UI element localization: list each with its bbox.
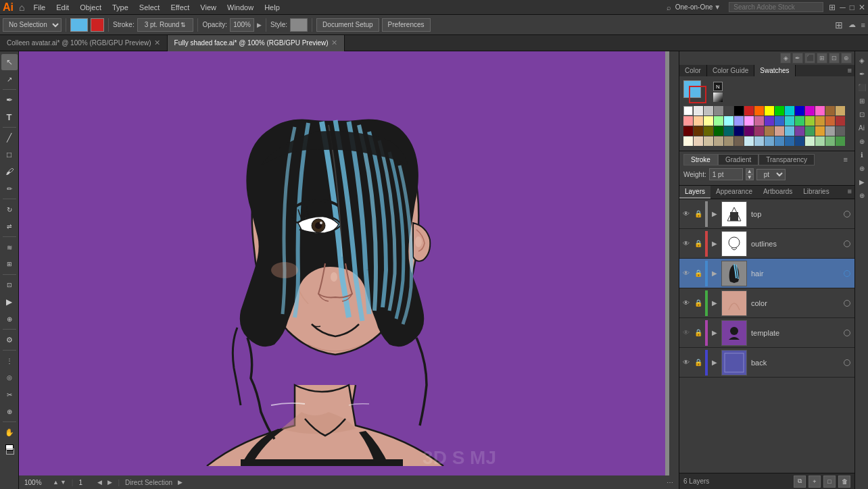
brush-library-icon[interactable]: ✒	[856, 68, 868, 80]
settings-tool[interactable]: ⚙	[1, 332, 18, 348]
zoom-arrow-up[interactable]: ▲	[53, 479, 59, 486]
blend-icon[interactable]: ⬛	[804, 53, 815, 63]
swatch-teal[interactable]	[785, 116, 794, 126]
type-tool[interactable]: T	[1, 109, 18, 125]
arrange-workspace-icon[interactable]: ⊞	[835, 20, 843, 30]
lock-icon-color[interactable]: 🔒	[693, 298, 704, 309]
eyedropper-icon[interactable]: ✒	[792, 53, 803, 63]
align-icon[interactable]: Ai	[856, 122, 868, 134]
menu-effect[interactable]: Effect	[166, 2, 194, 13]
active-stroke-box[interactable]	[689, 86, 706, 103]
swatch-olive[interactable]	[704, 126, 713, 136]
swatch-lightyellow[interactable]	[704, 116, 713, 126]
swatch-darkorange[interactable]	[694, 126, 703, 136]
zoom-display[interactable]: ▲ ▼	[24, 479, 66, 486]
swatch-ice[interactable]	[744, 136, 754, 146]
swatch-sage[interactable]	[815, 136, 825, 146]
library-icon[interactable]: ⊞	[817, 53, 827, 63]
swatch-gold[interactable]	[815, 116, 825, 126]
menu-help[interactable]: Help	[260, 2, 285, 13]
swatch-powder[interactable]	[754, 136, 764, 146]
swatch-navy[interactable]	[795, 136, 804, 146]
menu-file[interactable]: File	[28, 2, 50, 13]
lock-icon-top[interactable]: 🔒	[693, 209, 704, 220]
swatch-sand[interactable]	[714, 136, 723, 146]
swatch-yellow[interactable]	[765, 106, 774, 115]
expand-icon-top[interactable]: ▶	[709, 209, 720, 220]
stroke-panel-menu[interactable]: ≡	[841, 154, 850, 165]
swatch-coffee[interactable]	[734, 136, 744, 146]
visibility-icon-top[interactable]: 👁	[681, 209, 692, 220]
layer-row-outlines[interactable]: 👁 🔒 ▶ outlines	[679, 229, 854, 259]
swatch-pink[interactable]	[815, 106, 825, 115]
swatch-lightgray[interactable]	[694, 106, 703, 115]
swatch-lightblue[interactable]	[734, 116, 744, 126]
layers-tab-artboards[interactable]: Artboards	[758, 186, 798, 199]
vertical-scrollbar[interactable]	[669, 51, 679, 475]
fill-swatch[interactable]	[70, 18, 88, 32]
swatch-cream[interactable]	[683, 136, 693, 146]
swatch-darkblue[interactable]	[734, 126, 744, 136]
warp-tool[interactable]: ≋	[1, 239, 18, 255]
blend-tool[interactable]: ◎	[1, 369, 18, 386]
tab-color-guide[interactable]: Color Guide	[707, 65, 754, 76]
home-icon[interactable]: ⌂	[19, 2, 24, 13]
visibility-icon-hair[interactable]: 👁	[681, 268, 692, 279]
status-arrow[interactable]: ▶	[178, 479, 183, 486]
swatch-khaki[interactable]	[704, 136, 713, 146]
swatch-blue[interactable]	[795, 106, 804, 115]
swatch-violet[interactable]	[795, 126, 804, 136]
line-tool[interactable]: ╱	[1, 130, 18, 146]
pencil-tool[interactable]: ✏	[1, 180, 18, 197]
gradient-swatch[interactable]	[713, 93, 723, 102]
swatch-steel[interactable]	[765, 136, 774, 146]
tab-swatches[interactable]: Swatches	[754, 65, 795, 76]
stroke-tab-gradient[interactable]: Gradient	[718, 154, 758, 165]
layer-target-top[interactable]	[844, 211, 850, 217]
selection-tool[interactable]: ↖	[1, 54, 18, 70]
stroke-swatch[interactable]	[91, 18, 104, 32]
layers-tab-appearance[interactable]: Appearance	[710, 186, 758, 199]
layer-target-back[interactable]	[844, 359, 850, 366]
layer-row-color[interactable]: 👁 🔒 ▶ color	[679, 288, 854, 318]
minimize-icon[interactable]: ─	[840, 3, 846, 12]
layer-row-top[interactable]: 👁 🔒 ▶ top	[679, 199, 854, 229]
swatch-amber[interactable]	[815, 126, 825, 136]
delete-layer-button[interactable]: 🗑	[838, 475, 850, 488]
layer-row-template[interactable]: 👁 🔒 ▶ template	[679, 318, 854, 348]
swatch-mauve[interactable]	[754, 116, 764, 126]
layers-tab-libraries[interactable]: Libraries	[798, 186, 834, 199]
menu-object[interactable]: Object	[75, 2, 106, 13]
selection-dropdown[interactable]: No Selection	[3, 18, 62, 32]
stroke-value-display[interactable]: 3 pt. Round ⇅	[137, 18, 194, 32]
swatch-palegreen[interactable]	[805, 136, 815, 146]
weight-up[interactable]: ▲	[746, 168, 754, 174]
transform-icon[interactable]: ⊕	[856, 135, 868, 147]
livecolor-icon[interactable]: ▶	[856, 176, 868, 188]
document-setup-button[interactable]: Document Setup	[316, 18, 379, 32]
canvas-area[interactable]: 3D S MJ ▲ ▼ | ◀ ▶ | Direct Selection ▶ ⋯	[19, 51, 679, 489]
layer-target-hair[interactable]	[844, 270, 850, 277]
preferences-button[interactable]: Preferences	[382, 18, 431, 32]
color-panel-icon[interactable]: ◈	[856, 54, 868, 66]
menu-edit[interactable]: Edit	[51, 2, 74, 13]
visibility-icon-back[interactable]: 👁	[681, 357, 692, 368]
color-panel-menu[interactable]: ≡	[845, 65, 854, 76]
expand-icon-color[interactable]: ▶	[709, 298, 720, 309]
weight-input[interactable]	[709, 168, 743, 180]
fill-stroke-toggle[interactable]	[1, 441, 18, 457]
swatch-sienna[interactable]	[825, 116, 835, 126]
menu-view[interactable]: View	[195, 2, 221, 13]
graphic-styles-icon[interactable]: ⊞	[856, 95, 868, 107]
swatch-green[interactable]	[775, 106, 784, 115]
swatch-charcoal[interactable]	[836, 126, 845, 136]
menu-window[interactable]: Window	[222, 2, 258, 13]
swatch-skin[interactable]	[775, 126, 784, 136]
appearance-icon[interactable]: ⊡	[856, 108, 868, 120]
extra-options-icon[interactable]: ≡	[861, 21, 865, 29]
symbols-icon[interactable]: ⬛	[856, 81, 868, 93]
swatch-darkgreen[interactable]	[714, 126, 723, 136]
page-input[interactable]	[78, 479, 92, 486]
none-swatch[interactable]: N	[713, 82, 723, 91]
layer-row-back[interactable]: 👁 🔒 ▶ back	[679, 348, 854, 378]
